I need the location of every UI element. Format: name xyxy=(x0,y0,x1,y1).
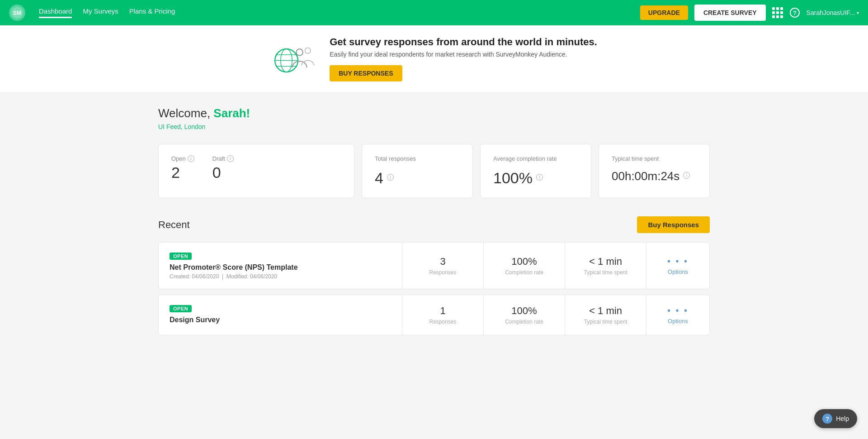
stats-row: Open i 2 Draft i 0 Total responses xyxy=(158,144,710,198)
survey-completion-value-1: 100% xyxy=(511,256,537,267)
survey-card-1: OPEN Net Promoter® Score (NPS) Template … xyxy=(158,242,710,289)
upgrade-button[interactable]: UPGRADE xyxy=(640,5,688,20)
open-label: Open xyxy=(171,155,186,162)
banner-illustration xyxy=(271,41,316,77)
welcome-name: Sarah! xyxy=(213,106,250,120)
draft-label: Draft xyxy=(212,155,225,162)
survey-main-1: OPEN Net Promoter® Score (NPS) Template … xyxy=(159,243,402,289)
avg-completion-value: 100% xyxy=(493,169,533,187)
main-content: Welcome, Sarah! UI Feed, London Open i 2… xyxy=(140,93,728,354)
create-survey-button[interactable]: CREATE SURVEY xyxy=(694,5,766,21)
typical-time-info-icon[interactable]: i xyxy=(683,172,690,179)
survey-time-value-2: < 1 min xyxy=(589,305,622,317)
typical-time-card: Typical time spent 00h:00m:24s i xyxy=(599,144,710,198)
logo[interactable]: SM xyxy=(9,5,25,21)
survey-created-1: 04/06/2020 xyxy=(192,273,219,280)
welcome-title: Welcome, Sarah! xyxy=(158,106,710,120)
survey-time-stat-2: < 1 min Typical time spent xyxy=(565,295,646,335)
total-responses-label: Total responses xyxy=(375,155,416,162)
typical-time-label: Typical time spent xyxy=(612,155,659,162)
recent-title: Recent xyxy=(158,219,190,231)
survey-card-2: OPEN Design Survey 1 Responses 100% Comp… xyxy=(158,295,710,335)
nav-my-surveys[interactable]: My Surveys xyxy=(83,7,118,18)
survey-modified-1: 04/06/2020 xyxy=(250,273,277,280)
survey-status-badge-1: OPEN xyxy=(170,253,192,260)
open-draft-card: Open i 2 Draft i 0 xyxy=(158,144,354,198)
banner-buy-responses-button[interactable]: BUY RESPONSES xyxy=(330,65,402,81)
draft-stat: Draft i 0 xyxy=(212,155,234,181)
total-responses-value: 4 xyxy=(375,169,383,187)
survey-completion-stat-2: 100% Completion rate xyxy=(483,295,565,335)
survey-completion-label-2: Completion rate xyxy=(505,319,543,325)
typical-time-value: 00h:00m:24s xyxy=(612,169,679,183)
banner-heading: Get survey responses from around the wor… xyxy=(330,36,597,48)
nav-dashboard[interactable]: Dashboard xyxy=(39,7,72,18)
survey-time-label-1: Typical time spent xyxy=(584,269,627,276)
options-dots-icon-1[interactable]: • • • xyxy=(667,256,689,267)
avg-completion-label: Average completion rate xyxy=(493,155,557,162)
draft-info-icon[interactable]: i xyxy=(227,155,234,162)
survey-list: OPEN Net Promoter® Score (NPS) Template … xyxy=(158,242,710,335)
svg-point-9 xyxy=(297,49,303,56)
options-label-2[interactable]: Options xyxy=(668,318,688,324)
welcome-prefix: Welcome, xyxy=(158,106,213,120)
recent-header: Recent Buy Responses xyxy=(158,216,710,233)
promo-banner: Get survey responses from around the wor… xyxy=(0,25,868,93)
apps-grid-icon[interactable] xyxy=(772,7,783,18)
survey-responses-stat-1: 3 Responses xyxy=(402,243,483,289)
survey-responses-stat-2: 1 Responses xyxy=(402,295,483,335)
navbar-right: UPGRADE CREATE SURVEY ? SarahJonasUIF...… xyxy=(640,5,859,21)
survey-responses-label-2: Responses xyxy=(429,319,456,325)
survey-time-label-2: Typical time spent xyxy=(584,319,627,325)
survey-time-value-1: < 1 min xyxy=(589,256,622,267)
total-responses-card: Total responses 4 i xyxy=(362,144,473,198)
help-question-icon[interactable]: ? xyxy=(789,7,800,18)
survey-name-1[interactable]: Net Promoter® Score (NPS) Template xyxy=(170,263,391,272)
survey-completion-value-2: 100% xyxy=(511,305,537,317)
avg-completion-card: Average completion rate 100% i xyxy=(480,144,591,198)
banner-subtext: Easily find your ideal respondents for m… xyxy=(330,51,597,58)
survey-options-1[interactable]: • • • Options xyxy=(646,243,709,289)
buy-responses-button[interactable]: Buy Responses xyxy=(637,216,710,233)
open-value: 2 xyxy=(171,164,194,181)
survey-responses-value-1: 3 xyxy=(440,256,445,267)
survey-responses-label-1: Responses xyxy=(429,269,456,276)
welcome-section: Welcome, Sarah! UI Feed, London xyxy=(158,106,710,130)
survey-completion-stat-1: 100% Completion rate xyxy=(483,243,565,289)
survey-responses-value-2: 1 xyxy=(440,305,445,317)
user-menu[interactable]: SarahJonasUIF... ▾ xyxy=(807,9,859,16)
survey-meta-1: Created: 04/06/2020 | Modified: 04/06/20… xyxy=(170,273,391,280)
survey-status-badge-2: OPEN xyxy=(170,305,192,312)
open-stat: Open i 2 xyxy=(171,155,194,181)
open-info-icon[interactable]: i xyxy=(188,155,194,162)
user-label: SarahJonasUIF... xyxy=(807,9,855,16)
survey-name-2[interactable]: Design Survey xyxy=(170,316,391,324)
total-responses-info-icon[interactable]: i xyxy=(387,174,394,181)
chevron-down-icon: ▾ xyxy=(857,10,859,15)
options-dots-icon-2[interactable]: • • • xyxy=(667,305,689,316)
survey-options-2[interactable]: • • • Options xyxy=(646,295,709,335)
svg-point-10 xyxy=(305,48,311,53)
svg-text:?: ? xyxy=(793,10,797,16)
navbar: SM Dashboard My Surveys Plans & Pricing … xyxy=(0,0,868,25)
draft-value: 0 xyxy=(212,164,234,181)
survey-time-stat-1: < 1 min Typical time spent xyxy=(565,243,646,289)
nav-plans-pricing[interactable]: Plans & Pricing xyxy=(129,7,175,18)
svg-text:SM: SM xyxy=(13,10,21,16)
banner-text: Get survey responses from around the wor… xyxy=(330,36,597,81)
survey-main-2: OPEN Design Survey xyxy=(159,295,402,335)
welcome-location[interactable]: UI Feed, London xyxy=(158,123,710,130)
nav-links: Dashboard My Surveys Plans & Pricing xyxy=(39,7,175,18)
survey-completion-label-1: Completion rate xyxy=(505,269,543,276)
avg-completion-info-icon[interactable]: i xyxy=(536,174,543,181)
options-label-1[interactable]: Options xyxy=(668,268,688,275)
